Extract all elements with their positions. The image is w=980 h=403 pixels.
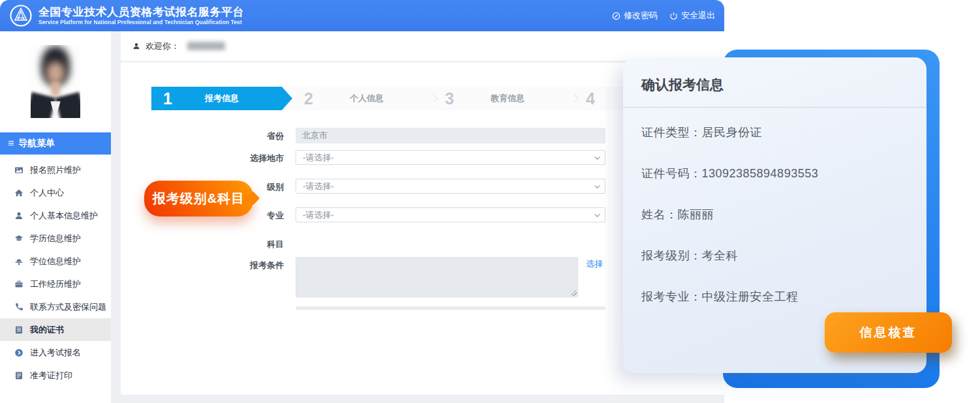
sidebar-item-label: 学位信息维护 bbox=[30, 256, 81, 267]
nav-menu-header: ≡ 导航菜单 bbox=[0, 132, 111, 155]
sidebar-item-my-certificates[interactable]: 我的证书 bbox=[0, 318, 111, 341]
sidebar-menu: 报名照片维护 个人中心 个人基本信息维护 bbox=[0, 155, 111, 387]
row-value: 考全科 bbox=[702, 249, 739, 262]
step-number: 3 bbox=[445, 89, 454, 108]
welcome-bar: 欢迎你： bbox=[121, 31, 724, 61]
city-select-value: -请选择- bbox=[303, 152, 334, 164]
condition-label: 报考条件 bbox=[121, 257, 284, 297]
sidebar-item-contact-security[interactable]: 联系方式及密保问题 bbox=[0, 295, 111, 318]
form-divider-bar bbox=[296, 306, 605, 310]
row-label: 证件号码： bbox=[641, 167, 702, 180]
step-number: 2 bbox=[304, 89, 313, 108]
panel-row-id-type: 证件类型：居民身份证 bbox=[641, 125, 911, 139]
info-check-button[interactable]: 信息核查 bbox=[825, 312, 952, 353]
app-subtitle: Service Platform for National Profession… bbox=[38, 19, 242, 25]
sidebar-item-label: 准考证打印 bbox=[30, 370, 72, 381]
province-input: 北京市 bbox=[296, 128, 605, 143]
sidebar: ≡ 导航菜单 报名照片维护 bbox=[0, 31, 111, 403]
logo-text: PTA bbox=[17, 16, 25, 20]
sidebar-item-label: 报名照片维护 bbox=[30, 164, 81, 176]
sidebar-item-photo-maintenance[interactable]: 报名照片维护 bbox=[0, 158, 111, 181]
sidebar-item-label: 我的证书 bbox=[30, 324, 64, 336]
app-title: 全国专业技术人员资格考试报名服务平台 bbox=[38, 6, 251, 19]
row-label: 证件类型： bbox=[641, 126, 702, 139]
level-select[interactable]: -请选择- bbox=[296, 179, 605, 194]
edit-circle-icon bbox=[612, 12, 620, 20]
panel-row-level: 报考级别：考全科 bbox=[641, 248, 911, 262]
condition-choose-link[interactable]: 选择 bbox=[586, 258, 603, 270]
panel-row-name: 姓名：陈丽丽 bbox=[641, 207, 911, 221]
sidebar-item-education-info[interactable]: 学历信息维护 bbox=[0, 227, 111, 250]
home-icon bbox=[14, 188, 23, 198]
step-number: 4 bbox=[586, 89, 595, 108]
step-label: 个人信息 bbox=[313, 93, 420, 104]
cpta-logo-icon: PTA bbox=[9, 4, 33, 27]
sidebar-item-label: 个人基本信息维护 bbox=[30, 210, 98, 222]
nav-menu-title: 导航菜单 bbox=[18, 138, 55, 149]
row-label: 报考级别： bbox=[641, 249, 702, 262]
user-icon bbox=[14, 211, 23, 220]
briefcase-icon bbox=[14, 280, 23, 289]
hamburger-icon: ≡ bbox=[8, 138, 14, 149]
row-value: 居民身份证 bbox=[702, 126, 763, 139]
row-label: 报考专业： bbox=[641, 290, 702, 303]
app-window: PTA 全国专业技术人员资格考试报名服务平台 Service Platform … bbox=[0, 0, 724, 403]
app-header: PTA 全国专业技术人员资格考试报名服务平台 Service Platform … bbox=[0, 0, 724, 31]
print-icon bbox=[14, 371, 23, 380]
blurred-username bbox=[187, 42, 225, 50]
subject-label: 科目 bbox=[121, 236, 284, 246]
step-label: 教育信息 bbox=[454, 93, 561, 104]
row-label: 姓名： bbox=[641, 208, 678, 221]
chevron-down-icon bbox=[594, 183, 600, 188]
power-icon bbox=[669, 12, 678, 20]
photo-area bbox=[0, 31, 111, 132]
major-select[interactable]: -请选择- bbox=[296, 207, 605, 222]
change-password-label: 修改密码 bbox=[624, 10, 658, 22]
header-actions: 修改密码 安全退出 bbox=[612, 10, 715, 22]
sidebar-item-label: 工作经历维护 bbox=[30, 278, 81, 290]
step-number: 1 bbox=[163, 89, 172, 108]
sidebar-item-degree-info[interactable]: 学位信息维护 bbox=[0, 250, 111, 273]
panel-title: 确认报考信息 bbox=[623, 57, 926, 107]
sidebar-item-label: 联系方式及密保问题 bbox=[30, 301, 106, 313]
enter-exam-icon bbox=[14, 348, 23, 357]
registration-photo bbox=[31, 45, 80, 118]
sidebar-item-admission-ticket-print[interactable]: 准考证打印 bbox=[0, 364, 111, 387]
resize-grip-icon[interactable] bbox=[571, 290, 577, 296]
sidebar-item-label: 个人中心 bbox=[30, 187, 64, 199]
panel-row-major: 报考专业：中级注册安全工程 bbox=[641, 289, 911, 303]
app-body: ≡ 导航菜单 报名照片维护 bbox=[0, 31, 724, 403]
sidebar-item-personal-center[interactable]: 个人中心 bbox=[0, 181, 111, 204]
level-select-value: -请选择- bbox=[303, 181, 334, 192]
chevron-down-icon bbox=[594, 154, 600, 159]
education-icon bbox=[14, 234, 23, 243]
row-value: 13092385894893553 bbox=[702, 167, 819, 180]
app-title-block: 全国专业技术人员资格考试报名服务平台 Service Platform for … bbox=[38, 6, 251, 25]
sidebar-item-enter-exam-registration[interactable]: 进入考试报名 bbox=[0, 341, 111, 364]
sidebar-item-work-experience[interactable]: 工作经历维护 bbox=[0, 273, 111, 295]
logout-button[interactable]: 安全退出 bbox=[669, 10, 715, 22]
screenshot-stage: PTA 全国专业技术人员资格考试报名服务平台 Service Platform … bbox=[0, 0, 980, 403]
change-password-button[interactable]: 修改密码 bbox=[612, 10, 658, 22]
callout-level-subject: 报考级别&科目 bbox=[144, 181, 253, 216]
sidebar-item-label: 学历信息维护 bbox=[30, 233, 81, 245]
major-select-value: -请选择- bbox=[303, 209, 334, 221]
photo-icon bbox=[14, 166, 23, 175]
callout-label: 报考级别&科目 bbox=[153, 190, 245, 207]
sidebar-item-basic-info[interactable]: 个人基本信息维护 bbox=[0, 204, 111, 227]
row-value: 陈丽丽 bbox=[678, 208, 714, 221]
wizard-step-2[interactable]: 2 个人信息 bbox=[292, 87, 433, 110]
step-label: 报考信息 bbox=[172, 93, 271, 104]
certificate-icon bbox=[14, 325, 23, 335]
degree-icon bbox=[14, 257, 23, 266]
user-icon bbox=[132, 42, 140, 50]
row-value: 中级注册安全工程 bbox=[702, 290, 799, 303]
city-select[interactable]: -请选择- bbox=[296, 150, 605, 165]
welcome-greeting: 欢迎你： bbox=[145, 40, 179, 52]
logout-label: 安全退出 bbox=[681, 10, 715, 22]
sidebar-item-label: 进入考试报名 bbox=[30, 347, 81, 359]
wizard-step-1[interactable]: 1 报考信息 bbox=[151, 87, 292, 110]
wizard-step-3[interactable]: 3 教育信息 bbox=[433, 87, 574, 110]
panel-row-id-number: 证件号码：13092385894893553 bbox=[641, 166, 911, 180]
phone-icon bbox=[14, 303, 23, 312]
